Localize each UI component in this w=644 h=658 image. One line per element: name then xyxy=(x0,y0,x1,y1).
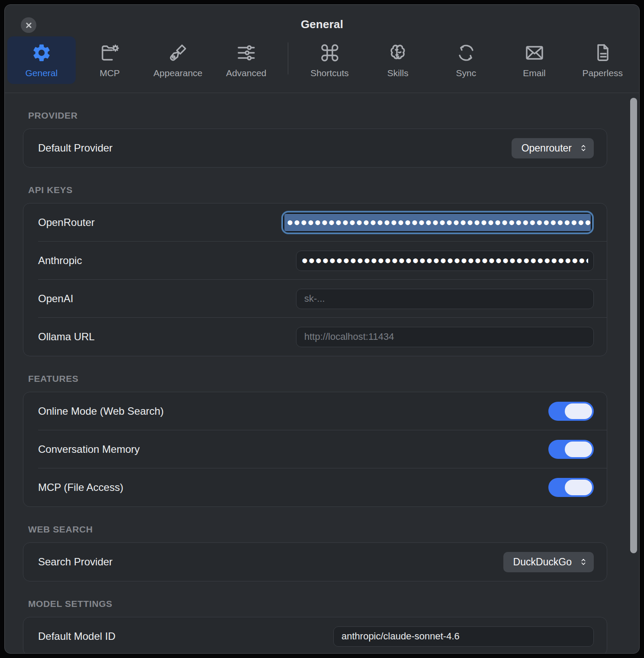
tab-sync[interactable]: Sync xyxy=(432,36,500,84)
tab-shortcuts[interactable]: Shortcuts xyxy=(296,36,364,84)
settings-content: PROVIDER Default Provider Openrouter API… xyxy=(5,93,639,653)
openrouter-key-row: OpenRouter •••••••••••••••••••••••••••••… xyxy=(23,203,607,242)
tab-paperless-label: Paperless xyxy=(583,68,623,78)
web-search-card: Search Provider DuckDuckGo xyxy=(23,542,607,581)
section-header-api-keys: API KEYS xyxy=(28,185,607,195)
tab-skills-label: Skills xyxy=(387,68,409,78)
default-provider-value: Openrouter xyxy=(522,142,572,154)
gear-icon xyxy=(31,42,52,63)
anthropic-key-label: Anthropic xyxy=(38,255,82,267)
online-mode-label: Online Mode (Web Search) xyxy=(38,405,164,417)
openai-key-row: OpenAI xyxy=(23,280,607,318)
api-keys-card: OpenRouter •••••••••••••••••••••••••••••… xyxy=(23,203,607,356)
features-card: Online Mode (Web Search) Conversation Me… xyxy=(23,392,607,507)
sync-icon xyxy=(456,42,477,63)
conversation-memory-toggle[interactable] xyxy=(548,440,594,459)
mcp-file-access-toggle[interactable] xyxy=(548,478,594,497)
default-model-id-input[interactable] xyxy=(333,626,594,647)
section-header-web-search: WEB SEARCH xyxy=(28,524,607,535)
tab-sync-label: Sync xyxy=(456,68,477,78)
online-mode-toggle[interactable] xyxy=(548,402,594,421)
scrollbar[interactable] xyxy=(630,98,637,553)
paintbrush-icon xyxy=(167,42,188,63)
model-settings-card: Default Model ID xyxy=(23,617,607,653)
mcp-file-access-row: MCP (File Access) xyxy=(23,468,607,506)
folder-gear-icon xyxy=(100,42,120,63)
section-header-model-settings: MODEL SETTINGS xyxy=(28,599,607,609)
sliders-icon xyxy=(236,42,257,63)
search-provider-select[interactable]: DuckDuckGo xyxy=(503,552,594,572)
search-provider-value: DuckDuckGo xyxy=(513,556,572,568)
search-provider-label: Search Provider xyxy=(38,556,113,568)
ollama-url-label: Ollama URL xyxy=(38,331,95,343)
tab-email-label: Email xyxy=(523,68,546,78)
default-provider-label: Default Provider xyxy=(38,142,113,154)
openai-key-label: OpenAI xyxy=(38,293,73,305)
tab-appearance-label: Appearance xyxy=(154,68,203,78)
openai-key-input[interactable] xyxy=(296,289,594,309)
tab-shortcuts-label: Shortcuts xyxy=(310,68,349,78)
anthropic-key-row: Anthropic xyxy=(23,242,607,280)
mcp-file-access-label: MCP (File Access) xyxy=(38,481,123,494)
section-header-provider: PROVIDER xyxy=(28,110,607,121)
default-provider-select[interactable]: Openrouter xyxy=(512,138,594,158)
toggle-knob xyxy=(565,442,592,457)
toolbar: General MCP Appearance Advanced Shortcut… xyxy=(7,36,637,84)
online-mode-row: Online Mode (Web Search) xyxy=(23,392,607,430)
toggle-knob xyxy=(565,480,592,495)
default-model-id-row: Default Model ID xyxy=(23,617,607,653)
tab-email[interactable]: Email xyxy=(500,36,569,84)
toolbar-divider xyxy=(288,42,288,74)
tab-mcp-label: MCP xyxy=(100,68,120,78)
conversation-memory-label: Conversation Memory xyxy=(38,443,140,455)
anthropic-key-input[interactable] xyxy=(296,251,594,271)
conversation-memory-row: Conversation Memory xyxy=(23,430,607,468)
tab-general[interactable]: General xyxy=(7,36,76,84)
tab-advanced-label: Advanced xyxy=(226,68,266,78)
tab-advanced[interactable]: Advanced xyxy=(212,36,280,84)
tab-mcp[interactable]: MCP xyxy=(76,36,144,84)
chevron-up-down-icon xyxy=(579,143,588,153)
tab-paperless[interactable]: Paperless xyxy=(568,36,637,84)
default-provider-row: Default Provider Openrouter xyxy=(23,129,607,167)
default-model-id-label: Default Model ID xyxy=(38,630,116,642)
command-icon xyxy=(319,42,340,63)
document-icon xyxy=(592,42,613,63)
chevron-up-down-icon xyxy=(579,557,588,567)
ollama-url-input[interactable] xyxy=(296,327,594,347)
openrouter-key-input[interactable]: ••••••••••••••••••••••••••••••••••••••••… xyxy=(281,211,594,234)
window-title: General xyxy=(5,18,639,31)
ollama-url-row: Ollama URL xyxy=(23,318,607,356)
section-header-features: FEATURES xyxy=(28,374,607,384)
envelope-icon xyxy=(524,42,545,63)
openrouter-key-label: OpenRouter xyxy=(38,216,95,229)
settings-window: General General MCP Appearance Advanced … xyxy=(4,4,640,654)
tab-appearance[interactable]: Appearance xyxy=(144,36,212,84)
search-provider-row: Search Provider DuckDuckGo xyxy=(23,543,607,581)
brain-icon xyxy=(387,42,408,63)
toggle-knob xyxy=(565,403,592,419)
tab-general-label: General xyxy=(25,68,58,78)
provider-card: Default Provider Openrouter xyxy=(23,129,607,168)
tab-skills[interactable]: Skills xyxy=(364,36,432,84)
openrouter-key-masked-value: ••••••••••••••••••••••••••••••••••••••••… xyxy=(284,214,591,231)
